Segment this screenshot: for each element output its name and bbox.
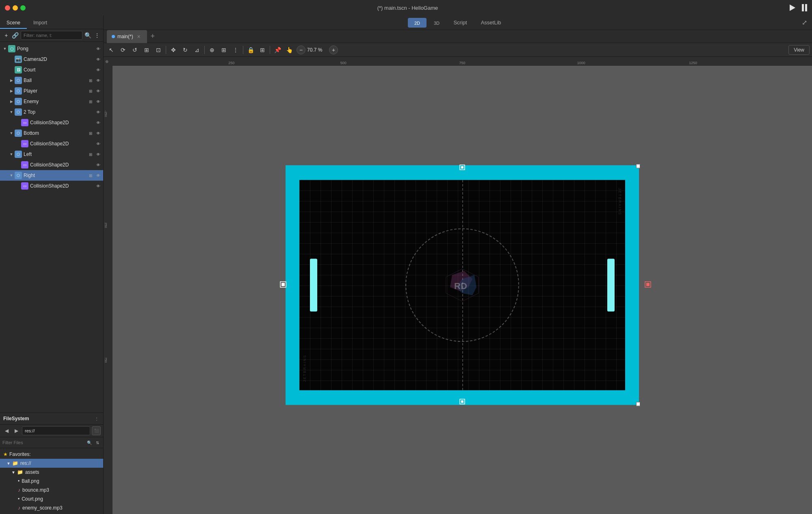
outer-handle-right[interactable] [645, 281, 651, 289]
tree-item-ball[interactable]: ▶ ⬡ Ball ⊞ 👁 [0, 75, 103, 86]
arrow-ball: ▶ [8, 77, 15, 84]
eye-icon-right[interactable]: 👁 [95, 172, 102, 179]
pin-button[interactable]: 📌 [272, 45, 283, 55]
fs-item-res[interactable]: ▼ 📁 res:// [0, 459, 103, 468]
tree-item-top[interactable]: ▼ ⬡ 2 Top 👁 [0, 107, 103, 117]
eye-icon-pong[interactable]: 👁 [95, 45, 102, 52]
tab-main[interactable]: main(*) × [107, 30, 147, 43]
tree-item-pong[interactable]: ▼ ⬡ Pong 👁 [0, 43, 103, 54]
tree-item-left[interactable]: ▼ ⬡ Left ⊞ 👁 [0, 149, 103, 160]
eye-icon-left-col[interactable]: 👁 [95, 162, 102, 168]
handle-br[interactable] [636, 402, 640, 406]
zoom-in-button[interactable]: + [329, 45, 338, 54]
rotate-tool-button[interactable]: ↻ [180, 45, 191, 55]
tree-item-enemy[interactable]: ▶ ⬡ Enemy ⊞ 👁 [0, 96, 103, 107]
eye-icon-bottom-col[interactable]: 👁 [95, 140, 102, 147]
fs-path-btn[interactable]: ⬛ [92, 426, 101, 435]
fs-item-ball-png[interactable]: • Ball.png [0, 477, 103, 486]
grid-icon-player[interactable]: ⊞ [87, 88, 94, 94]
fs-filter-search-icon[interactable]: 🔍 [86, 439, 93, 446]
fs-item-assets[interactable]: ▼ 📁 assets [0, 468, 103, 477]
grid-icon-enemy[interactable]: ⊞ [87, 98, 94, 105]
tab-main-close[interactable]: × [136, 33, 142, 40]
handle-bc[interactable] [459, 398, 466, 406]
fs-sort-icon[interactable]: ⇅ [94, 439, 101, 446]
eye-icon-left[interactable]: 👁 [95, 151, 102, 158]
mode-btn-2d[interactable]: 2D [408, 18, 427, 28]
fs-favorites-header[interactable]: ★ Favorites: [0, 450, 103, 459]
grid-icon-left[interactable]: ⊞ [87, 151, 94, 158]
touch-button[interactable]: 👆 [284, 45, 294, 55]
jetbrains-watermark-left: JETBRAINS [303, 355, 307, 382]
mode-btn-script[interactable]: Script [447, 17, 473, 28]
eye-icon-camera2d[interactable]: 👁 [95, 56, 102, 63]
tree-item-court[interactable]: 🖼 Court 👁 [0, 65, 103, 75]
select-tool-button[interactable]: ↖ [106, 45, 117, 55]
link-node-button[interactable]: 🔗 [12, 31, 19, 40]
fs-item-enemy-score-mp3[interactable]: ♪ enemy_score.mp3 [0, 503, 103, 512]
add-node-button[interactable]: + [2, 31, 10, 40]
fs-back-button[interactable]: ◀ [2, 427, 11, 435]
tab-add-button[interactable]: + [148, 32, 158, 41]
expand-viewport-button[interactable]: ⤢ [802, 19, 807, 26]
tree-item-player[interactable]: ▶ ⬡ Player ⊞ 👁 [0, 86, 103, 96]
scene-menu-icon[interactable]: ⋮ [93, 31, 101, 40]
zoom-out-button[interactable]: − [297, 45, 305, 54]
tree-item-camera2d[interactable]: 📷 Camera2D 👁 [0, 54, 103, 65]
play-button[interactable] [790, 4, 795, 11]
eye-icon-enemy[interactable]: 👁 [95, 98, 102, 105]
eye-icon-player[interactable]: 👁 [95, 88, 102, 94]
lock-button[interactable]: 🔒 [245, 45, 256, 55]
pivot-tool-button[interactable]: ⊕ [207, 45, 217, 55]
viewport-canvas[interactable]: ⊕ 250 500 750 1000 1250 -250 250 750 [104, 57, 812, 514]
rotate-snap-button[interactable]: ⟳ [118, 45, 128, 55]
tree-item-right[interactable]: ▼ ⬡ Right ⊞ 👁 [0, 170, 103, 181]
fs-path-input[interactable] [22, 426, 90, 435]
eye-icon-top-col[interactable]: 👁 [95, 119, 102, 126]
eye-icon-court[interactable]: 👁 [95, 67, 102, 73]
eye-icon-right-col[interactable]: 👁 [95, 183, 102, 189]
tab-import[interactable]: Import [27, 17, 54, 29]
tree-item-left-col[interactable]: ▭ CollisionShape2D 👁 [0, 160, 103, 170]
fs-menu-icon[interactable]: ⋮ [93, 415, 100, 422]
grid-icon-right[interactable]: ⊞ [87, 172, 94, 179]
move-tool-button[interactable]: ✥ [168, 45, 179, 55]
fs-item-bounce-mp3[interactable]: ♪ bounce.mp3 [0, 486, 103, 495]
toolbar-more-button[interactable]: ⋮ [230, 45, 241, 55]
handle-tr[interactable] [636, 164, 640, 168]
snap-grid-button[interactable]: ⊞ [141, 45, 152, 55]
fs-item-court-png[interactable]: • Court.png [0, 495, 103, 503]
minimize-button[interactable] [13, 5, 18, 11]
view-menu-button[interactable]: View [788, 45, 810, 55]
tab-scene[interactable]: Scene [0, 17, 27, 29]
eye-icon-bottom[interactable]: 👁 [95, 130, 102, 136]
close-button[interactable] [5, 5, 10, 11]
label-right: Right [24, 173, 87, 178]
handle-tc[interactable] [459, 164, 466, 172]
undo-button[interactable]: ↺ [130, 45, 140, 55]
filter-input[interactable] [21, 31, 82, 40]
traffic-lights [5, 5, 26, 11]
fs-forward-button[interactable]: ▶ [12, 427, 20, 435]
tree-item-top-col[interactable]: ▭ CollisionShape2D 👁 [0, 117, 103, 128]
label-ball: Ball [24, 78, 87, 83]
tree-item-bottom-col[interactable]: ▭ CollisionShape2D 👁 [0, 138, 103, 149]
tree-item-bottom[interactable]: ▼ ⬡ Bottom ⊞ 👁 [0, 128, 103, 138]
tree-item-right-col[interactable]: ▭ CollisionShape2D 👁 [0, 181, 103, 191]
mode-btn-assetlib[interactable]: AssetLib [474, 17, 508, 28]
fs-filter-input[interactable] [2, 438, 84, 447]
eye-icon-ball[interactable]: 👁 [95, 77, 102, 84]
group-button[interactable]: ⊞ [257, 45, 268, 55]
grid-icon-bottom[interactable]: ⊞ [87, 130, 94, 136]
grid-snap-button[interactable]: ⊞ [219, 45, 229, 55]
maximize-button[interactable] [20, 5, 26, 11]
mode-btn-3d[interactable]: 3D [427, 18, 446, 28]
filter-search-icon[interactable]: 🔍 [84, 31, 92, 40]
icon-top-col: ▭ [21, 119, 28, 126]
eye-icon-top[interactable]: 👁 [95, 109, 102, 115]
outer-handle-left[interactable] [280, 281, 286, 289]
smart-snap-button[interactable]: ⊡ [153, 45, 164, 55]
scale-tool-button[interactable]: ⊿ [192, 45, 202, 55]
grid-icon-ball[interactable]: ⊞ [87, 77, 94, 84]
pause-button[interactable] [802, 4, 807, 11]
